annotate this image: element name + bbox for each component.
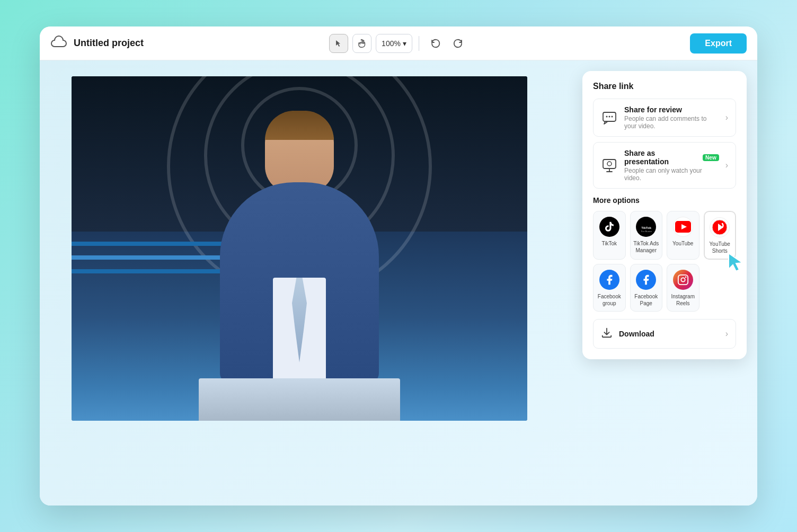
facebook-group-icon	[599, 270, 619, 290]
svg-text:For Business: For Business	[641, 230, 652, 233]
facebook-group-label: Facebook group	[596, 293, 623, 307]
cloud-icon	[50, 35, 67, 52]
video-placeholder	[72, 76, 527, 421]
download-label: Download	[619, 330, 719, 338]
main-content: Share link Share for review People can a…	[40, 60, 757, 506]
zoom-value: 100%	[382, 39, 401, 48]
tiktok-label: TikTok	[601, 240, 617, 247]
export-button[interactable]: Export	[690, 33, 747, 54]
select-tool-button[interactable]	[329, 34, 348, 53]
share-presentation-option[interactable]: Share as presentation New People can onl…	[593, 142, 736, 189]
instagram-reels-label: Instagram Reels	[669, 293, 697, 307]
social-tiktok-ads[interactable]: TikTok For Business TikTok Ads Manager	[630, 211, 663, 260]
redo-button[interactable]	[449, 34, 468, 53]
undo-button[interactable]	[426, 34, 445, 53]
svg-point-5	[607, 162, 612, 166]
youtube-icon	[673, 217, 693, 237]
svg-point-15	[685, 277, 686, 278]
svg-rect-4	[603, 159, 616, 169]
zoom-chevron: ▾	[403, 39, 406, 48]
social-facebook-page[interactable]: Facebook Page	[630, 264, 663, 312]
svg-marker-12	[729, 253, 742, 271]
share-presentation-subtitle: People can only watch your video.	[624, 167, 719, 182]
chevron-right-icon-2: ›	[725, 161, 728, 170]
person-body	[220, 182, 379, 384]
new-badge: New	[703, 154, 719, 161]
header: Untitled project 100% ▾	[40, 26, 757, 60]
chat-comment-icon	[601, 109, 618, 126]
video-area	[72, 76, 527, 421]
tiktok-ads-icon: TikTok For Business	[636, 217, 656, 237]
header-center: 100% ▾	[329, 34, 468, 53]
tiktok-icon	[599, 217, 619, 237]
social-instagram-reels[interactable]: Instagram Reels	[667, 264, 699, 312]
presentation-icon	[601, 157, 618, 174]
desk	[199, 378, 400, 421]
share-review-text: Share for review People can add comments…	[624, 105, 719, 130]
chevron-right-icon: ›	[725, 113, 728, 122]
panel-title: Share link	[593, 82, 736, 91]
social-youtube[interactable]: YouTube	[667, 211, 699, 260]
cursor-overlay	[724, 251, 746, 274]
facebook-page-label: Facebook Page	[633, 293, 660, 307]
download-option[interactable]: Download ›	[593, 319, 736, 349]
instagram-reels-icon	[673, 270, 693, 290]
facebook-page-icon	[636, 270, 656, 290]
share-review-subtitle: People can add comments to your video.	[624, 115, 719, 130]
social-youtube-shorts[interactable]: YouTube Shorts	[704, 211, 737, 260]
share-presentation-title: Share as presentation New	[624, 149, 719, 166]
share-presentation-text: Share as presentation New People can onl…	[624, 149, 719, 182]
youtube-label: YouTube	[672, 240, 693, 247]
svg-text:TikTok: TikTok	[641, 226, 652, 229]
share-review-title: Share for review	[624, 105, 719, 114]
social-grid: TikTok TikTok For Business TikTok Ads Ma…	[593, 211, 736, 312]
download-chevron-icon: ›	[725, 329, 728, 339]
svg-rect-13	[678, 275, 688, 285]
social-facebook-group[interactable]: Facebook group	[593, 264, 626, 312]
anchor-figure	[199, 145, 400, 421]
tiktok-ads-label: TikTok Ads Manager	[633, 240, 660, 254]
person-head	[265, 111, 334, 193]
app-container: Untitled project 100% ▾	[40, 26, 757, 506]
share-review-option[interactable]: Share for review People can add comments…	[593, 99, 736, 137]
header-divider	[419, 36, 419, 51]
youtube-shorts-icon	[710, 217, 730, 237]
share-panel: Share link Share for review People can a…	[582, 71, 747, 359]
svg-point-3	[612, 116, 613, 118]
svg-point-14	[681, 278, 685, 281]
hand-tool-button[interactable]	[352, 34, 371, 53]
more-options-title: More options	[593, 196, 736, 205]
social-tiktok[interactable]: TikTok	[593, 211, 626, 260]
zoom-button[interactable]: 100% ▾	[376, 34, 412, 53]
svg-point-1	[606, 116, 608, 118]
svg-point-2	[609, 116, 610, 118]
download-icon	[601, 327, 613, 341]
project-title: Untitled project	[74, 38, 144, 49]
